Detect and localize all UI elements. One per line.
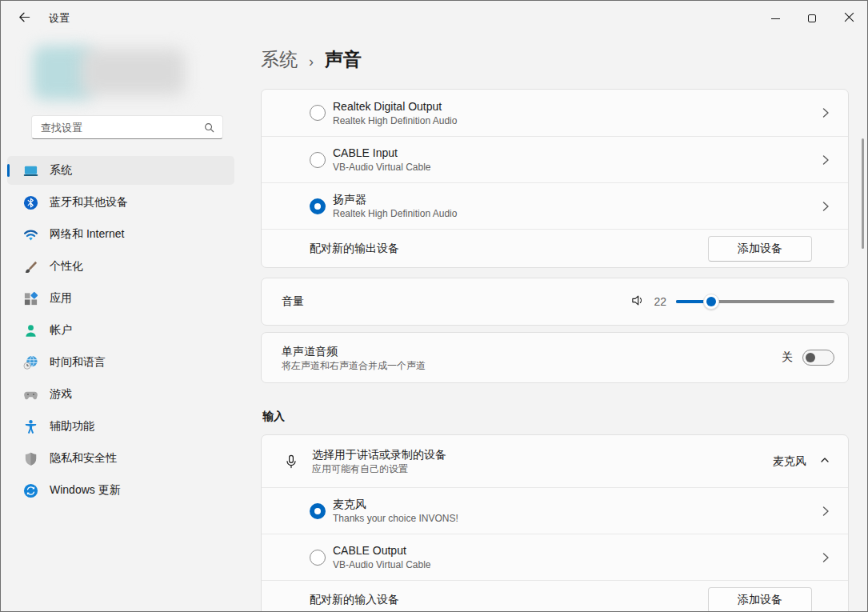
sidebar-item-label: 时间和语言 <box>50 355 106 370</box>
app-title: 设置 <box>49 11 70 26</box>
mono-audio-card: 单声道音频 将左声道和右声道合并成一个声道 关 <box>261 332 849 383</box>
user-name-blurred <box>81 49 185 95</box>
sidebar-item-privacy[interactable]: 隐私和安全性 <box>7 444 234 473</box>
pair-input-device-row: 配对新的输入设备 添加设备 <box>262 580 848 612</box>
input-devices-card: 选择用于讲话或录制的设备 应用可能有自己的设置 麦克风 麦克风 Thanks <box>261 434 849 612</box>
sidebar-item-personalization[interactable]: 个性化 <box>7 252 234 281</box>
apps-icon <box>23 291 38 306</box>
breadcrumb-parent[interactable]: 系统 <box>261 47 298 72</box>
network-icon <box>23 227 38 242</box>
pair-input-label: 配对新的输入设备 <box>310 593 399 607</box>
gaming-icon <box>23 387 38 402</box>
output-device-row-realtek-digital[interactable]: Realtek Digital Output Realtek High Defi… <box>262 90 848 136</box>
add-input-device-button[interactable]: 添加设备 <box>708 587 812 612</box>
sidebar-item-label: 帐户 <box>50 323 72 338</box>
input-section-title: 输入 <box>262 410 849 424</box>
input-device-row-cable-output[interactable]: CABLE Output VB-Audio Virtual Cable <box>262 534 848 580</box>
accessibility-icon <box>23 419 38 434</box>
radio-selected[interactable] <box>310 198 326 214</box>
mono-audio-title: 单声道音频 <box>282 344 426 359</box>
content-scroll-area: Realtek Digital Output Realtek High Defi… <box>261 89 849 612</box>
sidebar-item-time-language[interactable]: 时间和语言 <box>7 348 234 377</box>
windows-update-icon <box>23 483 38 498</box>
personalization-icon <box>23 259 38 274</box>
scrollbar-thumb[interactable] <box>862 138 864 249</box>
sidebar-item-label: 游戏 <box>50 387 72 402</box>
user-profile[interactable] <box>33 41 189 106</box>
input-selected-device: 麦克风 <box>773 454 806 469</box>
sidebar-item-network[interactable]: 网络和 Internet <box>7 220 234 249</box>
volume-label: 音量 <box>282 294 304 309</box>
input-chooser-desc: 应用可能有自己的设置 <box>312 462 446 475</box>
mono-audio-toggle[interactable] <box>802 350 834 366</box>
main-content: 系统 › 声音 Realtek Digital Output Realtek H… <box>261 1 849 612</box>
chevron-right-icon <box>821 154 830 166</box>
sidebar-item-bluetooth[interactable]: 蓝牙和其他设备 <box>7 188 234 217</box>
back-arrow-icon <box>18 10 31 27</box>
device-desc: Realtek High Definition Audio <box>333 207 457 220</box>
device-name: CABLE Input <box>333 146 431 161</box>
sidebar-item-gaming[interactable]: 游戏 <box>7 380 234 409</box>
toggle-state-label: 关 <box>782 350 793 365</box>
radio-unselected[interactable] <box>310 550 326 566</box>
sidebar-item-label: 隐私和安全性 <box>50 451 117 466</box>
radio-unselected[interactable] <box>310 152 326 168</box>
search-box <box>31 115 223 139</box>
sidebar-item-label: Windows 更新 <box>50 483 121 498</box>
breadcrumb-separator-icon: › <box>309 54 314 70</box>
search-icon <box>203 122 215 134</box>
device-name: Realtek Digital Output <box>333 99 457 114</box>
radio-unselected[interactable] <box>310 105 326 121</box>
device-name: 麦克风 <box>333 497 458 512</box>
back-button[interactable] <box>10 6 38 30</box>
input-chooser-title: 选择用于讲话或录制的设备 <box>312 447 446 462</box>
output-device-row-cable-input[interactable]: CABLE Input VB-Audio Virtual Cable <box>262 136 848 182</box>
device-desc: VB-Audio Virtual Cable <box>333 558 431 571</box>
speaker-icon <box>630 293 646 311</box>
mono-audio-desc: 将左声道和右声道合并成一个声道 <box>282 359 426 372</box>
device-name: CABLE Output <box>333 543 431 558</box>
chevron-right-icon <box>821 201 830 212</box>
device-desc: Realtek High Definition Audio <box>333 114 457 127</box>
sidebar-nav: 系统 蓝牙和其他设备 网络和 Internet 个性化 <box>1 156 241 508</box>
system-icon <box>23 163 38 178</box>
sidebar-item-label: 辅助功能 <box>50 419 94 434</box>
sidebar-item-label: 应用 <box>50 291 72 306</box>
input-device-row-microphone[interactable]: 麦克风 Thanks your choice INVONS! <box>262 487 848 534</box>
chevron-right-icon <box>821 552 830 563</box>
time-language-icon <box>23 355 38 370</box>
sidebar: 系统 蓝牙和其他设备 网络和 Internet 个性化 <box>1 36 241 611</box>
output-device-row-speakers[interactable]: 扬声器 Realtek High Definition Audio <box>262 182 848 229</box>
sidebar-item-apps[interactable]: 应用 <box>7 284 234 313</box>
sidebar-item-windows-update[interactable]: Windows 更新 <box>7 476 234 505</box>
chevron-up-icon <box>819 454 830 469</box>
sidebar-item-label: 系统 <box>50 163 72 178</box>
add-output-device-button[interactable]: 添加设备 <box>708 236 812 262</box>
volume-slider[interactable] <box>676 294 834 310</box>
volume-slider-thumb[interactable] <box>703 294 719 310</box>
accounts-icon <box>23 323 38 338</box>
sidebar-item-label: 蓝牙和其他设备 <box>50 195 128 210</box>
sidebar-item-label: 网络和 Internet <box>50 227 124 242</box>
privacy-icon <box>23 451 38 466</box>
input-device-expander[interactable]: 选择用于讲话或录制的设备 应用可能有自己的设置 麦克风 <box>262 435 848 487</box>
volume-card: 音量 22 <box>261 278 849 326</box>
microphone-icon <box>283 454 299 470</box>
settings-window: 设置 <box>0 0 868 612</box>
search-input[interactable] <box>32 122 203 134</box>
chevron-right-icon <box>821 107 830 118</box>
page-title: 声音 <box>325 47 362 72</box>
pair-output-device-row: 配对新的输出设备 添加设备 <box>262 229 848 267</box>
sidebar-item-label: 个性化 <box>50 259 83 274</box>
sidebar-item-accounts[interactable]: 帐户 <box>7 316 234 345</box>
radio-selected[interactable] <box>310 503 326 519</box>
sidebar-item-accessibility[interactable]: 辅助功能 <box>7 412 234 441</box>
breadcrumb: 系统 › 声音 <box>261 47 362 72</box>
output-devices-card: Realtek Digital Output Realtek High Defi… <box>261 89 849 268</box>
sidebar-item-system[interactable]: 系统 <box>7 156 234 185</box>
bluetooth-icon <box>23 195 38 210</box>
volume-value: 22 <box>654 295 666 308</box>
toggle-knob <box>806 353 815 362</box>
device-name: 扬声器 <box>333 192 457 207</box>
device-desc: VB-Audio Virtual Cable <box>333 161 431 174</box>
